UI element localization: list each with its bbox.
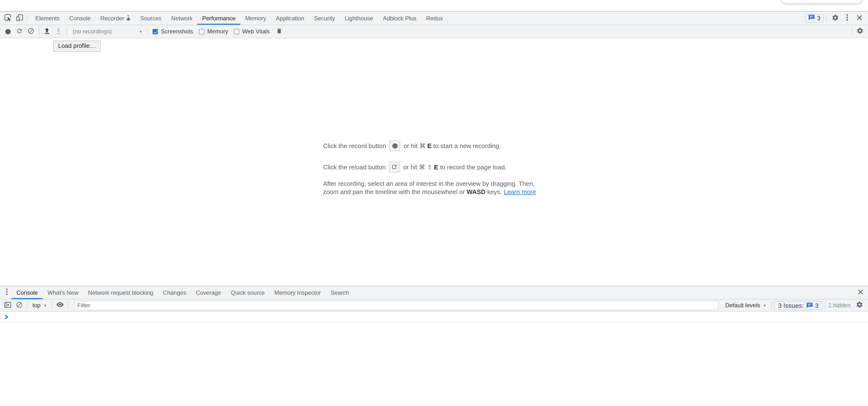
log-levels-select[interactable]: Default levels ▼ [722, 302, 769, 309]
panel-tabs: Elements Console Recorder Sources Networ… [31, 11, 448, 25]
block-icon [28, 27, 34, 36]
device-toolbar-toggle[interactable] [13, 12, 25, 24]
divider [66, 28, 67, 35]
tab-application[interactable]: Application [271, 11, 309, 25]
inspect-element-button[interactable] [2, 12, 13, 24]
drawer-tab-memory-inspector[interactable]: Memory Inspector [270, 286, 326, 299]
tab-sources[interactable]: Sources [135, 11, 166, 25]
divider [826, 14, 827, 22]
memory-checkbox[interactable] [199, 29, 204, 34]
tab-adblock-plus[interactable]: Adblock Plus [378, 11, 422, 25]
load-profile-button[interactable] [41, 26, 53, 37]
page-area [0, 0, 868, 11]
reload-icon [16, 27, 23, 36]
tab-network[interactable]: Network [166, 11, 197, 25]
reload-icon [391, 164, 398, 170]
dropdown-caret-icon: ▼ [139, 30, 143, 33]
shortcut-key: E [427, 142, 431, 149]
vertical-dots-icon [846, 14, 848, 22]
divider [771, 302, 772, 309]
load-profile-tooltip: Load profile… [53, 41, 101, 52]
tab-recorder[interactable]: Recorder [95, 11, 135, 25]
console-sidebar-toggle[interactable] [2, 300, 13, 311]
record-button[interactable] [2, 26, 13, 37]
inspect-cursor-icon [4, 14, 11, 23]
drawer-tab-whats-new[interactable]: What's New [42, 286, 83, 299]
tab-memory[interactable]: Memory [240, 11, 271, 25]
web-vitals-checkbox[interactable] [234, 29, 239, 34]
drawer-tab-search[interactable]: Search [326, 286, 354, 299]
record-button-illustration[interactable] [390, 140, 400, 151]
cmd-key-symbol: ⌘ [419, 142, 426, 149]
wasd-keys-label: WASD [467, 188, 486, 196]
tab-console[interactable]: Console [64, 11, 95, 25]
create-live-expression-button[interactable] [54, 300, 66, 311]
console-filter-input[interactable] [74, 301, 718, 310]
screenshots-checkbox[interactable] [153, 29, 158, 34]
drawer-more-tools-button[interactable] [2, 287, 11, 298]
tab-lighthouse[interactable]: Lighthouse [340, 11, 378, 25]
learn-more-link[interactable]: Learn more [504, 188, 536, 196]
reload-instruction-line: Click the reload button or hit ⌘ ⇧ E to … [323, 161, 545, 173]
console-context-select[interactable]: top ▼ [30, 302, 50, 309]
reload-button-illustration[interactable] [389, 162, 400, 172]
recordings-select[interactable]: (no recordings) ▼ [69, 25, 145, 38]
reload-and-record-button[interactable] [13, 26, 25, 37]
clear-console-button[interactable] [13, 300, 25, 311]
drawer-tab-coverage[interactable]: Coverage [191, 286, 226, 299]
garbage-collect-button[interactable] [274, 26, 285, 37]
web-vitals-checkbox-group: Web Vitals [234, 28, 270, 35]
performance-panel-body: Load profile… Click the record button or… [0, 38, 868, 285]
drawer-tab-network-request-blocking[interactable]: Network request blocking [83, 286, 158, 299]
console-sidebar-icon [4, 302, 11, 309]
record-instruction-line: Click the record button or hit ⌘ E to st… [323, 139, 545, 152]
download-arrow-icon [55, 27, 62, 36]
settings-button[interactable] [829, 12, 841, 24]
drawer-tab-console[interactable]: Console [11, 286, 42, 299]
close-drawer-button[interactable] [856, 287, 865, 298]
console-messages-area[interactable] [0, 312, 868, 406]
shortcut-key: E [434, 163, 438, 171]
tabbar-right-controls: 3 [805, 12, 868, 24]
devtools-tabbar: Elements Console Recorder Sources Networ… [0, 11, 868, 25]
tab-redux[interactable]: Redux [421, 11, 447, 25]
close-icon [857, 14, 862, 22]
drawer-tab-changes[interactable]: Changes [158, 286, 191, 299]
dropdown-caret-icon: ▼ [43, 304, 47, 307]
close-icon [858, 289, 863, 296]
tab-elements[interactable]: Elements [31, 11, 64, 25]
browser-popup-fragment [780, 0, 863, 3]
more-options-button[interactable] [841, 12, 853, 24]
gear-icon [856, 27, 863, 36]
console-prompt[interactable] [0, 312, 868, 323]
memory-checkbox-group: Memory [199, 28, 228, 35]
block-icon [16, 301, 23, 309]
divider [68, 302, 68, 309]
shift-key-symbol: ⇧ [427, 163, 432, 171]
screenshots-checkbox-group: Screenshots [153, 28, 193, 35]
divider [39, 28, 39, 35]
divider [825, 302, 826, 309]
console-settings-button[interactable] [854, 300, 865, 311]
save-profile-button[interactable] [53, 26, 64, 37]
clear-button[interactable] [25, 26, 37, 37]
record-icon [392, 143, 397, 148]
experiment-flask-icon [126, 14, 130, 22]
performance-empty-state: Click the record button or hit ⌘ E to st… [323, 139, 545, 196]
cmd-key-symbol: ⌘ [419, 163, 425, 171]
tab-security[interactable]: Security [309, 11, 340, 25]
tab-performance[interactable]: Performance [197, 11, 240, 25]
record-icon [5, 29, 10, 34]
console-toolbar: top ▼ Default levels ▼ 3 Issues: [0, 300, 868, 312]
issues-chat-icon [808, 14, 814, 22]
console-issues-button[interactable]: 3 Issues: 3 [774, 301, 823, 310]
upload-arrow-icon [43, 27, 51, 36]
close-devtools-button[interactable] [854, 12, 865, 24]
capture-settings-button[interactable] [854, 26, 866, 37]
issues-counter-button[interactable]: 3 [805, 14, 824, 23]
gear-icon [856, 301, 863, 310]
eye-icon [56, 302, 64, 309]
dropdown-caret-icon: ▼ [763, 304, 767, 307]
drawer-tab-quick-source[interactable]: Quick source [226, 286, 270, 299]
issues-chat-icon [806, 302, 812, 308]
